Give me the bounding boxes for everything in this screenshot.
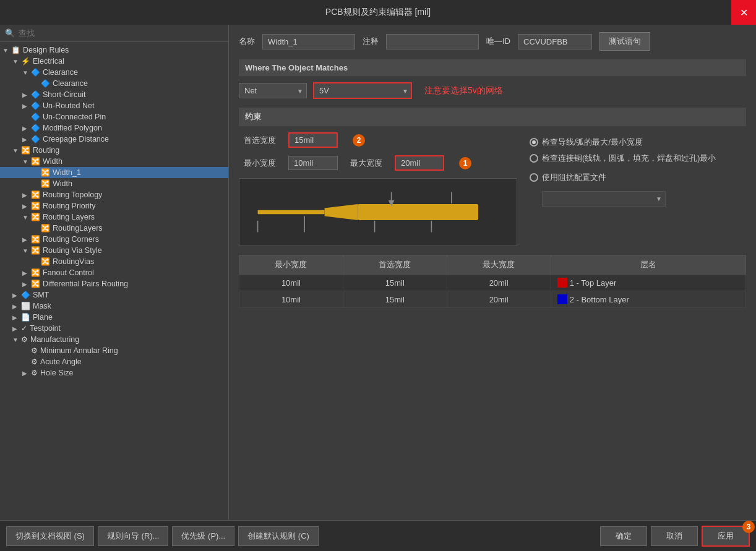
tree-arrow: ▶ [22,236,31,243]
test-sentence-button[interactable]: 测试语句 [599,32,650,51]
preferred-width-row: 首选宽度 2 [239,132,517,148]
tree-item-fanout-control[interactable]: ▶ 🔀 Fanout Control [0,267,228,278]
tree-item-routing-vias[interactable]: 🔀 RoutingVias [0,256,228,267]
tree-item-un-routed-net[interactable]: ▶ 🔷 Un-Routed Net [0,100,228,111]
tree-item-routing-layers-sub[interactable]: 🔀 RoutingLayers [0,223,228,234]
constraint-title: 约束 [239,108,746,126]
max-width-badge: 1 [459,157,471,169]
confirm-button[interactable]: 确定 [600,526,647,546]
tree-item-diff-pairs[interactable]: ▶ 🔀 Differential Pairs Routing [0,278,228,289]
apply-button[interactable]: 应用 3 [702,526,750,547]
tree-item-acute-angle[interactable]: ⚙ Acute Angle [0,356,228,367]
tree-icon: 🔀 [31,157,40,166]
switch-doc-view-button[interactable]: 切换到文档视图 (S) [6,526,94,546]
tree-arrow: ▼ [12,147,21,154]
layer-label: 2 - Bottom Layer [570,295,629,304]
tree-area: ▼ 📋 Design Rules ▼ ⚡ Electrical ▼ 🔷 Clea… [0,42,228,520]
tree-arrow: ▶ [22,192,31,199]
tree-item-manufacturing[interactable]: ▼ ⚙ Manufacturing [0,334,228,345]
tree-item-routing-via-style[interactable]: ▼ 🔀 Routing Via Style [0,245,228,256]
preferred-width-input[interactable] [288,132,338,148]
tree-item-short-circuit[interactable]: ▶ 🔷 Short-Circuit [0,89,228,100]
tree-item-clearance[interactable]: 🔷 Clearance [0,78,228,89]
option-label-0: 检查导线/弧的最大/最小宽度 [542,137,643,148]
radio-2[interactable] [530,173,538,182]
priority-button[interactable]: 优先级 (P)... [172,526,234,546]
create-default-rule-button[interactable]: 创建默认规则 (C) [238,526,319,546]
tree-label: Manufacturing [30,335,79,344]
min-max-width-row: 最小宽度 最大宽度 1 [239,155,517,171]
tree-arrow: ▶ [22,92,31,98]
constraints-left: 首选宽度 2 最小宽度 最大宽度 1 [239,132,517,255]
tree-item-width[interactable]: 🔀 Width [0,178,228,189]
tree-icon: ⚡ [21,57,30,66]
tree-item-width-group[interactable]: ▼ 🔀 Width [0,156,228,167]
preferred-width-badge: 2 [353,134,365,147]
tree-item-clearance-group[interactable]: ▼ 🔷 Clearance [0,67,228,78]
tree-item-smt[interactable]: ▶ 🔷 SMT [0,289,228,301]
tree-label: Routing Via Style [43,246,102,255]
tree-arrow: ▼ [12,58,21,65]
radio-1[interactable] [530,154,538,163]
header-row: 名称 注释 唯—ID 测试语句 [239,32,746,51]
tree-item-testpoint[interactable]: ▶ ✓ Testpoint [0,323,228,334]
unique-id-input[interactable] [518,34,592,49]
close-button[interactable]: ✕ [731,0,756,25]
tree-label: Acute Angle [40,357,82,366]
net-select[interactable]: Net Net Class Layer All [239,83,307,98]
radio-0[interactable] [530,138,538,147]
tree-item-routing-priority[interactable]: ▶ 🔀 Routing Priority [0,200,228,211]
rule-wizard-button[interactable]: 规则向导 (R)... [98,526,169,546]
tree-label: Routing [33,146,59,155]
tree-item-routing-layers[interactable]: ▼ 🔀 Routing Layers [0,211,228,223]
title-bar: PCB规则及约束编辑器 [mil] ✕ [0,0,756,25]
tree-item-routing-topology[interactable]: ▶ 🔀 Routing Topology [0,189,228,200]
table-row: 10mil 15mil 20mil 1 - Top Layer [239,275,746,291]
tree-label: Differential Pairs Routing [43,280,128,288]
min-width-input[interactable] [288,156,338,170]
tree-label: Mask [33,302,51,310]
name-label: 名称 [239,36,255,47]
tree-icon: 🔀 [41,224,50,233]
cancel-button[interactable]: 取消 [651,526,698,546]
tree-item-modified-polygon[interactable]: ▶ 🔷 Modified Polygon [0,122,228,134]
tree-item-routing-corners[interactable]: ▶ 🔀 Routing Corners [0,234,228,245]
cell-pref: 15mil [343,291,447,308]
where-matches-title: Where The Object Matches [239,59,746,76]
search-input[interactable] [19,28,223,38]
cell-pref: 15mil [343,275,447,291]
max-width-input[interactable] [395,155,444,171]
main-area: 🔍 ▼ 📋 Design Rules ▼ ⚡ Electrical ▼ 🔷 Cl… [0,25,756,520]
comment-input[interactable] [386,34,479,49]
tree-item-routing[interactable]: ▼ 🔀 Routing [0,145,228,156]
main-window: PCB规则及约束编辑器 [mil] ✕ 🔍 ▼ 📋 Design Rules ▼… [0,0,756,551]
tree-label: Electrical [33,57,64,66]
tree-item-min-annular-ring[interactable]: ⚙ Minimum Annular Ring [0,345,228,356]
tree-icon: 🔷 [31,113,40,121]
tree-item-electrical[interactable]: ▼ ⚡ Electrical [0,56,228,67]
name-input[interactable] [262,34,355,49]
tree-icon: 🔀 [41,168,50,177]
tree-item-mask[interactable]: ▶ ⬜ Mask [0,301,228,312]
tree-arrow: ▶ [22,125,31,132]
col-max: 最大宽度 [447,255,551,275]
tree-label: Un-Connected Pin [43,113,106,121]
tree-item-design-rules[interactable]: ▼ 📋 Design Rules [0,45,228,56]
unique-id-label: 唯—ID [486,36,510,47]
tree-icon: ⚙ [31,357,38,366]
tree-item-plane[interactable]: ▶ 📄 Plane [0,312,228,323]
tree-item-hole-size[interactable]: ▶ ⚙ Hole Size [0,367,228,378]
tree-icon: 🔀 [31,268,40,277]
net-value-select[interactable]: 5V GND VCC [313,82,412,99]
tree-icon: 🔀 [31,280,40,288]
tree-icon: ⚙ [31,369,38,377]
tree-item-width-1[interactable]: 🔀 Width_1 [0,167,228,178]
tree-item-creepage-distance[interactable]: ▶ 🔷 Creepage Distance [0,134,228,145]
option-row-0: 检查导线/弧的最大/最小宽度 [530,137,746,148]
bottom-bar: 切换到文档视图 (S) 规则向导 (R)... 优先级 (P)... 创建默认规… [0,520,756,551]
tree-icon: 🔷 [31,68,40,77]
tree-label: Modified Polygon [43,124,102,132]
tree-item-un-connected-pin[interactable]: 🔷 Un-Connected Pin [0,111,228,122]
apply-badge: 3 [742,521,755,533]
tree-arrow: ▶ [12,314,21,321]
